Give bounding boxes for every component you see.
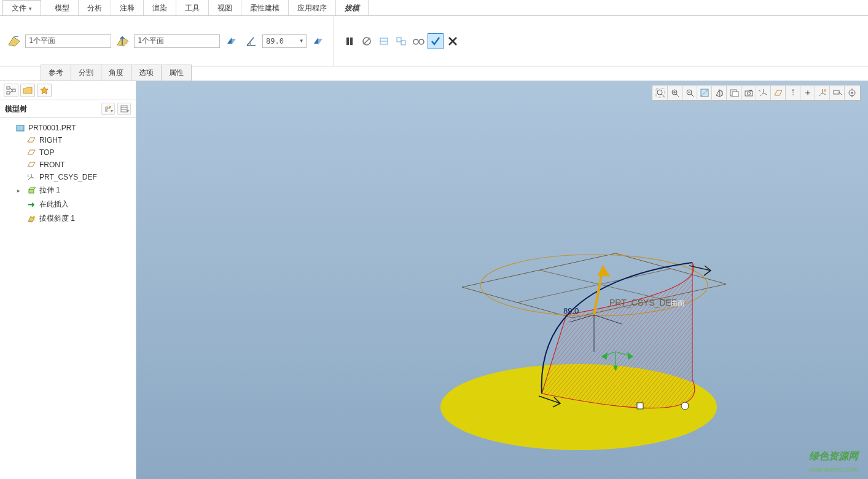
draft-surface-icon[interactable] (6, 33, 22, 49)
ribbon: 89.0▼ (0, 16, 868, 66)
svg-point-34 (33, 216, 35, 218)
sidebar-tab-favorites-icon[interactable] (37, 84, 52, 97)
pull-direction-icon[interactable] (115, 33, 131, 49)
feature-controls (342, 33, 461, 49)
handle-square[interactable] (637, 403, 643, 409)
menu-draft[interactable]: 拔模 (336, 0, 369, 15)
glasses-icon[interactable] (410, 33, 426, 49)
menu-file[interactable]: 文件 (2, 0, 41, 15)
tree-root[interactable]: PRT0001.PRT (2, 122, 133, 134)
svg-rect-16 (7, 87, 10, 89)
svg-marker-0 (9, 37, 20, 46)
plane-icon (26, 148, 36, 157)
sidebar-tab-folder-icon[interactable] (20, 84, 35, 97)
svg-rect-10 (401, 41, 405, 45)
svg-rect-4 (350, 38, 353, 45)
pause-icon[interactable] (342, 33, 358, 49)
pull-direction-input[interactable] (134, 34, 220, 48)
subtab-split[interactable]: 分割 (71, 65, 101, 81)
subtab-references[interactable]: 参考 (41, 65, 71, 81)
menu-analysis[interactable]: 分析 (79, 0, 111, 15)
attach-preview-icon[interactable] (376, 33, 392, 49)
menu-tools[interactable]: 工具 (176, 0, 209, 15)
ribbon-subtabs: 参考 分割 角度 选项 属性 (0, 66, 868, 81)
svg-marker-75 (597, 266, 611, 277)
model-tree: PRT0001.PRT RIGHT TOP FRONT xPRT_CSYS_DE… (0, 118, 136, 229)
scene-csys-label: PRT_CSYS_DEF (609, 298, 676, 307)
flip-angle-icon[interactable] (310, 33, 326, 49)
draft-surface-input[interactable] (25, 34, 111, 48)
plane-icon (26, 160, 36, 169)
svg-marker-27 (28, 138, 35, 142)
scene-3d: PRT_CSYS_DEF 89.0 曲面 (136, 81, 868, 479)
svg-marker-32 (29, 188, 36, 189)
accept-icon[interactable] (428, 33, 444, 49)
tree-item-insert[interactable]: 在此插入 (2, 197, 133, 212)
viewport-3d[interactable]: x (136, 81, 868, 479)
scene-face-label: 曲面 (671, 299, 684, 307)
sidebar: 模型树 PRT0001.PRT RIGHT TOP FRONT xPRT_CSY… (0, 81, 136, 479)
part-icon (15, 124, 25, 132)
extrude-icon (26, 186, 36, 195)
svg-line-1 (14, 36, 18, 37)
tree-show-icon[interactable] (117, 103, 131, 115)
separate-preview-icon[interactable] (393, 33, 409, 49)
tree-item-right[interactable]: RIGHT (2, 134, 133, 146)
tree-settings-icon[interactable] (101, 103, 115, 115)
svg-rect-18 (12, 89, 15, 92)
watermark: 绿色资源网www.downcc.com (809, 450, 858, 474)
svg-line-6 (364, 38, 370, 44)
csys-icon: x (26, 173, 36, 181)
insert-here-icon (26, 200, 36, 209)
svg-marker-29 (28, 162, 35, 167)
subtab-angle[interactable]: 角度 (101, 65, 131, 81)
flip-direction-icon[interactable] (224, 33, 240, 49)
menu-render[interactable]: 渲染 (144, 0, 176, 15)
tree-item-front[interactable]: FRONT (2, 159, 133, 171)
plane-icon (26, 136, 36, 144)
svg-text:x: x (27, 173, 29, 177)
svg-marker-21 (41, 87, 48, 94)
scene-angle-label: 89.0 (563, 306, 579, 315)
svg-line-20 (10, 90, 12, 93)
handle-circle[interactable] (681, 402, 689, 410)
angle-input[interactable]: 89.0▼ (262, 34, 307, 48)
svg-rect-3 (346, 38, 349, 45)
svg-marker-2 (117, 37, 128, 46)
subtab-options[interactable]: 选项 (131, 65, 162, 81)
cancel-icon[interactable] (445, 33, 461, 49)
svg-point-22 (109, 106, 111, 108)
svg-rect-26 (17, 125, 24, 131)
svg-rect-23 (121, 106, 127, 112)
no-preview-icon[interactable] (359, 33, 375, 49)
svg-marker-28 (28, 150, 35, 154)
tree-item-csys[interactable]: xPRT_CSYS_DEF (2, 171, 133, 183)
draft-icon (26, 215, 36, 223)
svg-point-12 (419, 39, 424, 44)
menu-flex[interactable]: 柔性建模 (241, 0, 289, 15)
svg-rect-17 (7, 92, 10, 94)
tree-item-draft[interactable]: 拔模斜度 1 (2, 212, 133, 226)
menu-model[interactable]: 模型 (46, 0, 79, 15)
sidebar-title: 模型树 (5, 104, 27, 114)
subtab-properties[interactable]: 属性 (161, 65, 192, 81)
tree-item-top[interactable]: TOP (2, 146, 133, 159)
menu-annotate[interactable]: 注释 (111, 0, 144, 15)
tree-item-extrude[interactable]: ▸拉伸 1 (2, 183, 133, 197)
svg-point-11 (413, 39, 418, 44)
main-menubar: 文件 模型 分析 注释 渲染 工具 视图 柔性建模 应用程序 拔模 (0, 0, 868, 16)
sidebar-tab-modeltree-icon[interactable] (4, 84, 18, 97)
svg-line-19 (10, 88, 12, 90)
angle-icon[interactable] (243, 33, 259, 49)
svg-rect-31 (29, 189, 34, 193)
menu-view[interactable]: 视图 (209, 0, 241, 15)
svg-rect-9 (397, 38, 401, 42)
menu-apps[interactable]: 应用程序 (289, 0, 336, 15)
